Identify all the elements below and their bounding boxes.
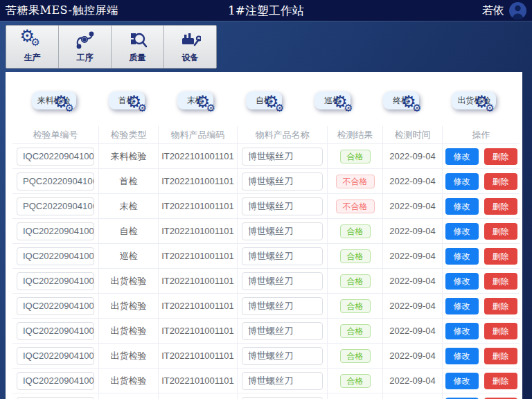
order-no-cell: IQC202209041001 — [12, 144, 99, 168]
toolbar-button-equipment[interactable]: 设备 — [164, 26, 216, 68]
table-row: IQC202209041001巡检IT2022101001101博世螺丝刀合格2… — [12, 244, 520, 269]
delete-button[interactable]: 删除 — [484, 323, 517, 339]
table-row: PQC202209041001末检IT2022101001101博世螺丝刀不合格… — [12, 194, 520, 219]
result-badge: 合格 — [340, 374, 371, 388]
card-shipment-inspection[interactable]: ⚙⚙出货检验 — [452, 91, 496, 109]
material-name-cell: 博世螺丝刀 — [238, 344, 328, 368]
order-no-input[interactable]: IQC202209041001 — [17, 222, 94, 240]
result-cell: 合格 — [328, 319, 383, 343]
edit-button[interactable]: 修改 — [445, 248, 479, 265]
edit-button[interactable]: 修改 — [445, 323, 479, 339]
order-no-cell: IQC202209041001 — [12, 393, 99, 399]
card-incoming-inspection[interactable]: ⚙⚙来料检验 — [32, 91, 76, 109]
edit-button[interactable]: 修改 — [445, 198, 479, 215]
material-code-cell: IT2022101001101 — [159, 219, 238, 243]
order-no-input[interactable]: IQC202209041001 — [17, 372, 94, 390]
material-code-cell: IT2022101001101 — [159, 144, 238, 168]
material-name-input[interactable]: 博世螺丝刀 — [242, 272, 323, 290]
order-no-input[interactable]: IQC202209041001 — [17, 272, 94, 290]
date-cell: 2022-09-04 — [383, 269, 443, 293]
delete-button[interactable]: 删除 — [484, 273, 517, 290]
material-name-input[interactable]: 博世螺丝刀 — [242, 172, 323, 190]
date-cell: 2022-09-04 — [383, 194, 443, 218]
material-name-input[interactable]: 博世螺丝刀 — [242, 148, 323, 166]
order-no-input[interactable]: IQC202209041001 — [17, 148, 94, 166]
edit-button[interactable]: 修改 — [445, 173, 479, 190]
content-panel: ⚙⚙来料检验⚙⚙首检⚙⚙末检⚙⚙自检⚙⚙巡检⚙⚙终检⚙⚙出货检验 检验单编号检验… — [6, 72, 522, 399]
date-cell: 2022-09-04 — [383, 344, 443, 368]
order-no-input[interactable]: IQC202209041001 — [17, 322, 94, 340]
edit-button[interactable]: 修改 — [445, 373, 479, 389]
order-no-input[interactable]: IQC202209041001 — [17, 297, 94, 315]
delete-button[interactable]: 删除 — [484, 198, 517, 215]
material-name-input[interactable]: 博世螺丝刀 — [242, 197, 323, 215]
card-last-inspection[interactable]: ⚙⚙末检 — [177, 91, 213, 109]
material-name-cell: 博世螺丝刀 — [238, 244, 328, 268]
order-no-input[interactable]: IQC202209041001 — [17, 397, 94, 399]
card-final-inspection[interactable]: ⚙⚙终检 — [383, 91, 419, 109]
column-header: 物料产品名称 — [238, 126, 328, 143]
inspection-type-cell: 末检 — [99, 194, 159, 218]
delete-button[interactable]: 删除 — [484, 148, 517, 165]
card-patrol-inspection[interactable]: ⚙⚙巡检 — [314, 91, 351, 109]
edit-button[interactable]: 修改 — [445, 148, 479, 165]
inspection-type-cell: 巡检 — [99, 244, 159, 268]
edit-button[interactable]: 修改 — [445, 223, 479, 240]
card-self-inspection[interactable]: ⚙⚙自检 — [246, 91, 282, 109]
material-name-input[interactable]: 博世螺丝刀 — [242, 397, 323, 399]
edit-button[interactable]: 修改 — [445, 273, 479, 290]
table-row: IQC202209041001出货检验IT2022101001101博世螺丝刀合… — [12, 393, 520, 399]
order-no-input[interactable]: IQC202209041001 — [17, 247, 94, 265]
material-code-cell: IT2022101001101 — [159, 269, 238, 293]
material-name-input[interactable]: 博世螺丝刀 — [242, 297, 323, 315]
table-body: IQC202209041001来料检验IT2022101001101博世螺丝刀合… — [12, 144, 520, 399]
edit-button[interactable]: 修改 — [445, 298, 479, 314]
inspection-type-cell: 自检 — [99, 219, 159, 243]
date-cell: 2022-09-04 — [383, 294, 443, 318]
result-badge: 合格 — [340, 299, 371, 313]
material-name-cell: 博世螺丝刀 — [238, 294, 328, 318]
delete-button[interactable]: 删除 — [484, 348, 517, 364]
table-row: IQC202209041001出货检验IT2022101001101博世螺丝刀合… — [12, 369, 520, 393]
result-badge: 合格 — [340, 150, 371, 163]
toolbar-button-quality[interactable]: 质量 — [112, 26, 164, 68]
result-badge: 不合格 — [336, 200, 375, 213]
result-badge: 不合格 — [336, 175, 375, 188]
material-name-input[interactable]: 博世螺丝刀 — [242, 247, 323, 265]
order-no-input[interactable]: PQC202209041001 — [17, 197, 94, 215]
material-code-cell: IT2022101001101 — [159, 369, 238, 393]
actions-cell: 修改删除 — [443, 244, 520, 268]
gears-icon: ⚙⚙ — [20, 30, 45, 50]
card-first-inspection[interactable]: ⚙⚙首检 — [109, 91, 145, 109]
column-header: 操作 — [443, 126, 520, 143]
table-row: IQC202209041001自检IT2022101001101博世螺丝刀合格2… — [12, 219, 520, 244]
material-name-input[interactable]: 博世螺丝刀 — [242, 322, 323, 340]
user-avatar-icon[interactable] — [509, 2, 526, 19]
process-route-icon — [75, 30, 96, 50]
edit-button[interactable]: 修改 — [445, 348, 479, 364]
inspection-type-cell: 首检 — [99, 169, 159, 193]
material-name-cell: 博世螺丝刀 — [238, 269, 328, 293]
delete-button[interactable]: 删除 — [484, 248, 517, 265]
delete-button[interactable]: 删除 — [484, 223, 517, 240]
material-name-input[interactable]: 博世螺丝刀 — [242, 222, 323, 240]
material-name-input[interactable]: 博世螺丝刀 — [242, 372, 323, 390]
order-no-input[interactable]: IQC202209041001 — [17, 347, 94, 365]
column-header: 检测结果 — [328, 126, 383, 143]
date-cell: 2022-09-04 — [383, 244, 443, 268]
user-area[interactable]: 若依 — [482, 2, 526, 19]
material-code-cell: IT2022101001101 — [159, 194, 238, 218]
inspection-card-row: ⚙⚙来料检验⚙⚙首检⚙⚙末检⚙⚙自检⚙⚙巡检⚙⚙终检⚙⚙出货检验 — [6, 72, 522, 126]
toolbar-button-process[interactable]: 工序 — [59, 26, 112, 68]
actions-cell: 修改删除 — [443, 144, 520, 168]
delete-button[interactable]: 删除 — [484, 173, 517, 190]
material-name-input[interactable]: 博世螺丝刀 — [242, 347, 323, 365]
inspection-table: 检验单编号检验类型物料产品编码物料产品名称检测结果检测时间操作 IQC20220… — [12, 126, 520, 399]
delete-button[interactable]: 删除 — [484, 373, 517, 389]
order-no-cell: IQC202209041001 — [12, 344, 99, 368]
delete-button[interactable]: 删除 — [484, 298, 517, 314]
order-no-cell: IQC202209041001 — [12, 219, 99, 243]
inspection-type-cell: 来料检验 — [99, 144, 159, 168]
order-no-input[interactable]: PQC202209041001 — [17, 172, 94, 190]
toolbar-button-production[interactable]: ⚙⚙生产 — [6, 26, 59, 68]
